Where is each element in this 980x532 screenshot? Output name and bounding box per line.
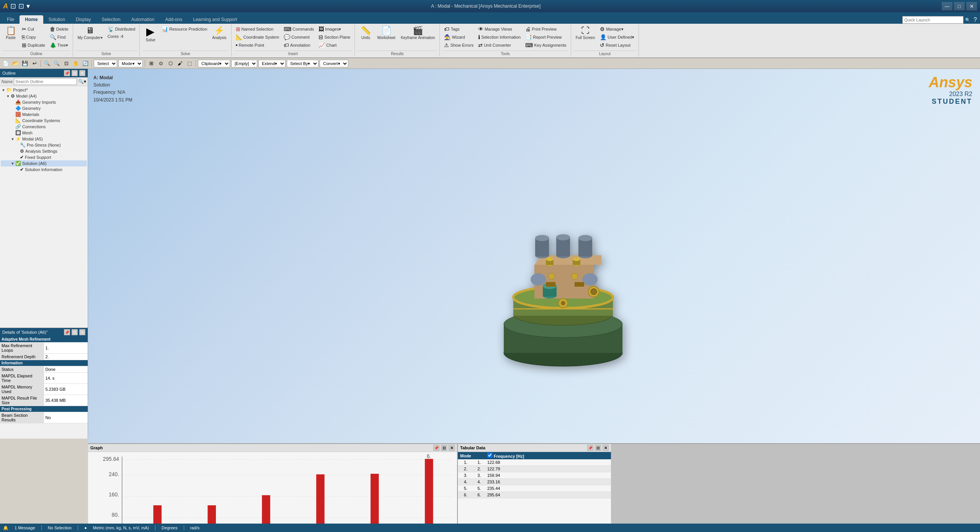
outline-close-btn[interactable]: ✕ bbox=[79, 70, 85, 76]
select-by-combo[interactable]: Select By▾ bbox=[287, 60, 318, 67]
table-row[interactable]: 6.6.295.64 bbox=[458, 492, 611, 498]
tab-display[interactable]: Display bbox=[70, 15, 96, 24]
toolbar-open-btn[interactable]: 📂 bbox=[11, 59, 20, 68]
tab-file[interactable]: File bbox=[2, 15, 20, 24]
graph-close-btn[interactable]: ✕ bbox=[449, 445, 455, 451]
details-prop-value[interactable]: 1. bbox=[44, 343, 88, 354]
comment-button[interactable]: 💬 Comment bbox=[282, 33, 316, 41]
tree-item-model[interactable]: ▼⚙Model (A4) bbox=[1, 93, 87, 99]
help-icon[interactable]: ? bbox=[973, 16, 977, 23]
tree-item-analysis-settings[interactable]: ⚙Analysis Settings bbox=[1, 148, 87, 154]
maximize-button[interactable]: □ bbox=[954, 2, 965, 10]
coordinate-system-button[interactable]: 📐 Coordinate System bbox=[234, 33, 281, 41]
toolbar-box-btn[interactable]: ⊞ bbox=[147, 59, 155, 68]
tree-expand-project[interactable]: ▼ bbox=[2, 88, 5, 92]
select-combo[interactable]: Select bbox=[94, 60, 117, 67]
tree-item-modal[interactable]: ▼⚡Modal (A5) bbox=[1, 136, 87, 142]
empty-combo[interactable]: [Empty] bbox=[231, 60, 257, 67]
full-screen-button[interactable]: ⛶ Full Screen bbox=[573, 25, 598, 41]
tree-button[interactable]: 🌲 Tree▾ bbox=[48, 41, 70, 49]
solve-button[interactable]: ▶ Solve bbox=[142, 25, 159, 44]
graph-float-btn[interactable]: ⊡ bbox=[441, 445, 447, 451]
tab-automation[interactable]: Automation bbox=[126, 15, 160, 24]
toolbar-save-btn[interactable]: 💾 bbox=[21, 59, 29, 68]
details-prop-value[interactable]: 35.438 MB bbox=[44, 395, 88, 406]
details-prop-value[interactable]: 14. s bbox=[44, 373, 88, 384]
close-button[interactable]: ✕ bbox=[966, 2, 977, 10]
tab-home[interactable]: Home bbox=[20, 15, 43, 24]
tags-button[interactable]: 🏷 Tags bbox=[442, 25, 475, 33]
reset-layout-button[interactable]: ↺ Reset Layout bbox=[598, 41, 636, 49]
convert-combo[interactable]: Convert▾ bbox=[320, 60, 348, 67]
toolbar-rotate-btn[interactable]: 🔄 bbox=[81, 59, 90, 68]
named-selection-button[interactable]: ⊞ Named Selection bbox=[234, 25, 281, 33]
tree-item-solution-info[interactable]: ✔Solution Information bbox=[1, 166, 87, 173]
tree-item-connections[interactable]: 🔗Connections bbox=[1, 124, 87, 130]
toolbar-circle-btn[interactable]: ⊙ bbox=[157, 59, 165, 68]
unit-converter-button[interactable]: ⇄ Unit Converter bbox=[476, 41, 523, 49]
toolbar-paint-btn[interactable]: 🖌 bbox=[176, 59, 184, 68]
freq-checkbox[interactable] bbox=[487, 453, 492, 458]
table-row[interactable]: 1.1.122.68 bbox=[458, 459, 611, 466]
tree-expand-model[interactable]: ▼ bbox=[6, 94, 10, 98]
tree-item-geometry[interactable]: 🔷Geometry bbox=[1, 105, 87, 111]
tabular-close-btn[interactable]: ✕ bbox=[603, 445, 609, 451]
manage-views-button[interactable]: 👁 Manage Views bbox=[476, 25, 523, 33]
section-plane-button[interactable]: ⊟ Section Plane bbox=[317, 33, 352, 41]
cut-button[interactable]: ✂ Cut bbox=[20, 25, 47, 33]
report-preview-button[interactable]: 📑 Report Preview bbox=[523, 33, 568, 41]
show-errors-button[interactable]: ⚠ Show Errors bbox=[442, 41, 475, 49]
find-button[interactable]: 🔍 Find bbox=[48, 33, 70, 41]
wizard-button[interactable]: 🧙 Wizard bbox=[442, 33, 475, 41]
mode-combo[interactable]: Mode▾ bbox=[118, 60, 143, 67]
minimize-button[interactable]: — bbox=[942, 2, 952, 10]
toolbar-single-btn[interactable]: ⬚ bbox=[185, 59, 194, 68]
tree-item-geom-imports[interactable]: 📥Geometry Imports bbox=[1, 99, 87, 105]
resource-prediction-button[interactable]: 📊 Resource Prediction bbox=[160, 25, 209, 33]
outline-pin-btn[interactable]: 📌 bbox=[64, 70, 70, 76]
tree-item-solution[interactable]: ▼✅Solution (A6) bbox=[1, 160, 87, 166]
outline-float-btn[interactable]: ⊡ bbox=[72, 70, 78, 76]
toolbar-pan-btn[interactable]: ✋ bbox=[72, 59, 80, 68]
quick-launch-input[interactable] bbox=[902, 16, 964, 24]
remote-point-button[interactable]: • Remote Point bbox=[234, 41, 281, 49]
selection-information-button[interactable]: ℹ Selection Information bbox=[476, 33, 523, 41]
toolbar-poly-btn[interactable]: ⬡ bbox=[166, 59, 175, 68]
print-preview-button[interactable]: 🖨 Print Preview bbox=[523, 25, 568, 33]
graph-pin-btn[interactable]: 📌 bbox=[433, 445, 439, 451]
tabular-float-btn[interactable]: ⊡ bbox=[595, 445, 601, 451]
tabular-pin-btn[interactable]: 📌 bbox=[587, 445, 593, 451]
tree-item-fixed-support[interactable]: ✔Fixed Support bbox=[1, 154, 87, 160]
distributed-button[interactable]: 📡 Distributed bbox=[106, 25, 137, 33]
annotation-button[interactable]: 🏷 Annotation bbox=[282, 41, 316, 49]
toolbar-zoom-out-btn[interactable]: 🔍 bbox=[52, 59, 61, 68]
images-button[interactable]: 🖼 Images▾ bbox=[317, 25, 352, 33]
tab-addons[interactable]: Add-ons bbox=[160, 15, 188, 24]
table-row[interactable]: 3.3.158.94 bbox=[458, 472, 611, 479]
table-row[interactable]: 4.4.233.16 bbox=[458, 479, 611, 485]
table-row[interactable]: 2.2.122.79 bbox=[458, 466, 611, 472]
keyframe-animation-button[interactable]: 🎬 Keyframe Animation bbox=[399, 25, 438, 41]
tree-expand-modal[interactable]: ▼ bbox=[11, 137, 15, 141]
key-assignments-button[interactable]: ⌨ Key Assignments bbox=[523, 41, 568, 49]
outline-search-btn[interactable]: 🔍▾ bbox=[78, 79, 86, 84]
paste-button[interactable]: 📋 Paste bbox=[2, 25, 19, 41]
window-controls[interactable]: — □ ✕ bbox=[942, 2, 977, 10]
duplicate-button[interactable]: ⊞ Duplicate bbox=[20, 41, 47, 49]
chart-button[interactable]: 📈 Chart bbox=[317, 41, 352, 49]
units-button[interactable]: 📏 Units bbox=[357, 25, 374, 41]
details-pin-btn[interactable]: 📌 bbox=[64, 329, 70, 335]
copy-button[interactable]: ⎘ Copy bbox=[20, 33, 47, 41]
toolbar-zoom-in-btn[interactable]: 🔍 bbox=[43, 59, 51, 68]
worksheet-button[interactable]: 📄 Worksheet bbox=[375, 25, 398, 41]
tab-selection[interactable]: Selection bbox=[96, 15, 126, 24]
details-prop-value[interactable]: 5.2383 GB bbox=[44, 384, 88, 395]
commands-button[interactable]: ⌨ Commands bbox=[282, 25, 316, 33]
my-computer-button[interactable]: 🖥 My Computer▾ bbox=[75, 25, 105, 41]
manage-button[interactable]: ⚙ Manage▾ bbox=[598, 25, 636, 33]
table-row[interactable]: 5.5.235.44 bbox=[458, 485, 611, 492]
tree-item-coord-sys[interactable]: 📐Coordinate Systems bbox=[1, 117, 87, 124]
tree-item-project[interactable]: ▼📁Project* bbox=[1, 87, 87, 93]
extend-combo[interactable]: Extend▾ bbox=[258, 60, 286, 67]
delete-button[interactable]: 🗑 Delete bbox=[48, 25, 70, 33]
